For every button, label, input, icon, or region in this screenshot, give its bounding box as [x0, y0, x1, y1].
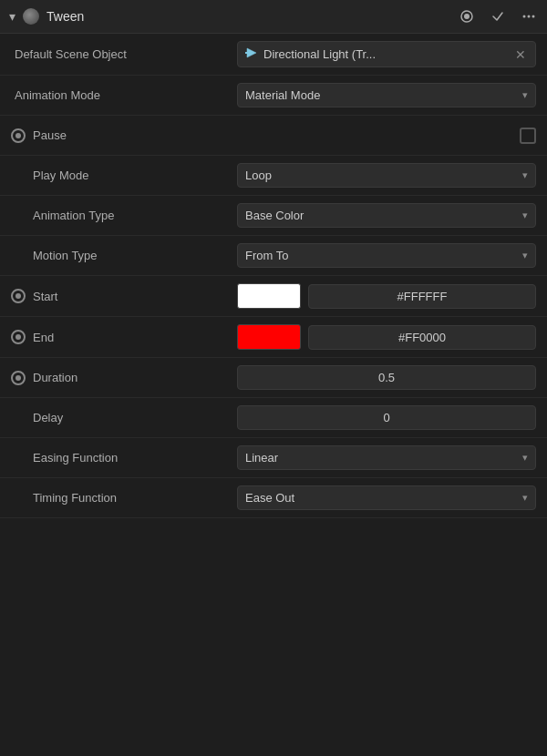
svg-point-2: [523, 15, 526, 18]
play-mode-chevron-icon: ▾: [522, 169, 528, 181]
play-mode-label: Play Mode: [11, 169, 237, 182]
end-color-swatch[interactable]: [237, 324, 301, 350]
easing-function-chevron-icon: ▾: [522, 452, 528, 464]
duration-input[interactable]: 0.5: [237, 365, 536, 390]
svg-point-4: [532, 15, 535, 18]
delay-label: Delay: [11, 411, 237, 424]
animation-type-row: Animation Type Base Color ▾: [0, 196, 547, 236]
end-hex-input[interactable]: #FF0000: [308, 325, 536, 350]
timing-function-value: Ease Out: [245, 491, 294, 505]
timing-function-label: Timing Function: [11, 491, 237, 505]
end-row: End #FF0000: [0, 317, 547, 358]
duration-row: Duration 0.5: [0, 358, 547, 398]
svg-point-3: [528, 15, 531, 18]
default-scene-object-content: Directional Light (Tr... ✕: [237, 41, 536, 67]
end-label-area: End: [11, 330, 237, 344]
header-actions: [458, 7, 538, 26]
animation-type-dropdown[interactable]: Base Color ▾: [237, 203, 536, 228]
animation-mode-label: Animation Mode: [11, 88, 237, 102]
svg-point-1: [464, 14, 470, 19]
easing-function-dropdown[interactable]: Linear ▾: [237, 445, 536, 470]
end-content: #FF0000: [237, 324, 536, 350]
animation-mode-content: Material Mode ▾: [237, 83, 536, 107]
easing-function-content: Linear ▾: [237, 445, 536, 470]
default-scene-object-row: Default Scene Object Directional Light (…: [0, 34, 547, 76]
play-mode-row: Play Mode Loop ▾: [0, 156, 547, 196]
record-button[interactable]: [458, 7, 476, 26]
animation-mode-row: Animation Mode Material Mode ▾: [0, 76, 547, 116]
panel-header: ▾ Tween: [0, 0, 547, 34]
pause-record-icon: [11, 128, 26, 143]
timing-function-row: Timing Function Ease Out ▾: [0, 478, 547, 518]
animation-mode-value: Material Mode: [245, 88, 320, 102]
easing-function-label: Easing Function: [11, 451, 237, 465]
end-record-icon: [11, 330, 26, 344]
more-options-button[interactable]: [520, 7, 538, 26]
animation-mode-chevron-icon: ▾: [522, 89, 528, 101]
scene-object-close-button[interactable]: ✕: [513, 47, 528, 62]
delay-input[interactable]: 0: [237, 405, 536, 430]
svg-marker-5: [247, 48, 256, 57]
tween-icon: [23, 8, 39, 25]
duration-label-area: Duration: [11, 371, 237, 385]
motion-type-content: From To ▾: [237, 243, 536, 268]
default-scene-object-label: Default Scene Object: [11, 47, 237, 61]
duration-label: Duration: [33, 371, 77, 384]
end-label: End: [33, 331, 54, 344]
timing-function-chevron-icon: ▾: [522, 492, 528, 504]
pause-row: Pause: [0, 116, 547, 156]
easing-function-row: Easing Function Linear ▾: [0, 438, 547, 478]
start-record-icon: [11, 289, 26, 303]
scene-object-field[interactable]: Directional Light (Tr... ✕: [237, 41, 536, 67]
svg-rect-6: [245, 52, 248, 54]
start-content: #FFFFFF: [237, 283, 536, 309]
motion-type-row: Motion Type From To ▾: [0, 236, 547, 276]
motion-type-value: From To: [245, 249, 288, 262]
animation-type-content: Base Color ▾: [237, 203, 536, 228]
confirm-button[interactable]: [489, 7, 507, 26]
motion-type-dropdown[interactable]: From To ▾: [237, 243, 536, 268]
directional-light-icon: [245, 46, 258, 62]
start-label: Start: [33, 290, 57, 303]
start-label-area: Start: [11, 289, 237, 303]
play-mode-value: Loop: [245, 169, 272, 182]
delay-content: 0: [237, 405, 536, 430]
start-hex-input[interactable]: #FFFFFF: [308, 284, 536, 309]
delay-row: Delay 0: [0, 398, 547, 438]
animation-mode-dropdown[interactable]: Material Mode ▾: [237, 83, 536, 107]
pause-label: Pause: [33, 128, 512, 142]
play-mode-content: Loop ▾: [237, 163, 536, 188]
scene-object-name: Directional Light (Tr...: [263, 47, 508, 61]
easing-function-value: Linear: [245, 451, 278, 465]
panel-title: Tween: [46, 9, 450, 24]
play-mode-dropdown[interactable]: Loop ▾: [237, 163, 536, 188]
animation-type-chevron-icon: ▾: [522, 209, 528, 221]
pause-checkbox[interactable]: [520, 128, 536, 144]
animation-type-value: Base Color: [245, 209, 304, 222]
start-row: Start #FFFFFF: [0, 276, 547, 317]
duration-record-icon: [11, 371, 26, 385]
timing-function-content: Ease Out ▾: [237, 485, 536, 510]
timing-function-dropdown[interactable]: Ease Out ▾: [237, 485, 536, 510]
motion-type-chevron-icon: ▾: [522, 250, 528, 261]
start-color-swatch[interactable]: [237, 283, 301, 309]
main-panel: Default Scene Object Directional Light (…: [0, 34, 547, 518]
duration-content: 0.5: [237, 365, 536, 390]
motion-type-label: Motion Type: [11, 249, 237, 262]
collapse-chevron[interactable]: ▾: [9, 9, 15, 24]
animation-type-label: Animation Type: [11, 209, 237, 222]
